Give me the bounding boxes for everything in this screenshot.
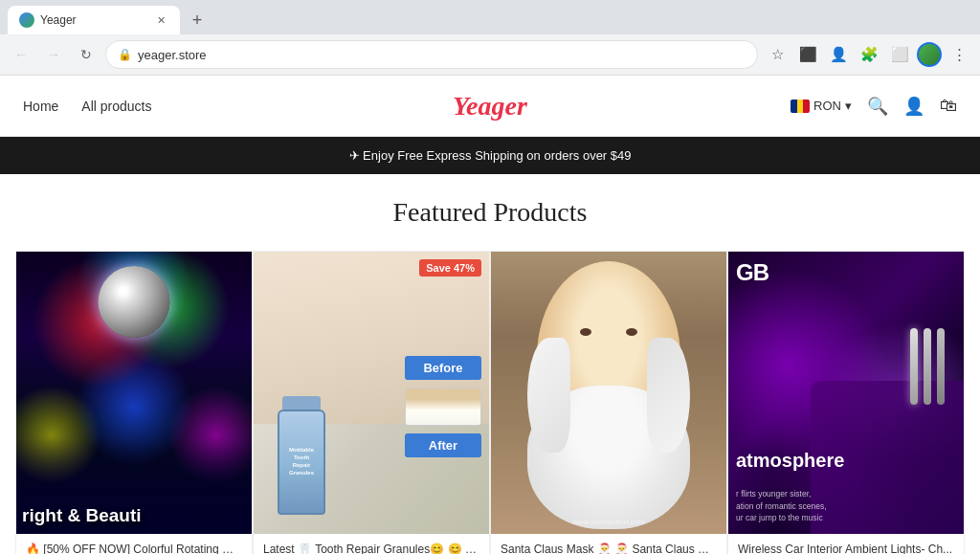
save-badge-2: Save 47% [419,259,481,277]
featured-title: Featured Products [15,197,965,228]
new-tab-button[interactable]: + [184,7,211,33]
bright-text: right & Beauti [22,505,142,526]
main-content: Featured Products right & Beauti 🔥 [50% … [0,174,980,554]
secure-icon: 🔒 [118,48,132,61]
product-title-3: Santa Claus Mask 🎅 🎅 Santa Claus mas... [501,542,717,554]
strip-3 [937,328,945,405]
browser-toolbar: ← → ↻ 🔒 yeager.store ☆ ⬛ 👤 🧩 ⬜ ⋮ [0,34,980,75]
promo-banner: ✈ Enjoy Free Express Shipping on orders … [0,137,980,174]
extension-button[interactable]: ⬛ [794,41,821,68]
account-button[interactable]: 👤 [825,41,852,68]
currency-selector[interactable]: RON ▾ [791,99,852,113]
teeth-bottle-container: MoldableToothRepairGranules [278,396,325,515]
product-image-1: right & Beauti [16,252,252,534]
atmosphere-desc: r flirts younger sister,ation of romanti… [736,488,827,524]
nav-right: RON ▾ 🔍 👤 🛍 [791,96,957,117]
refresh-button[interactable]: ↻ [73,41,100,68]
left-eye [580,328,591,336]
product-info-4: Wireless Car Interior Ambient Lights- Ch… [728,534,964,554]
extension2-button[interactable]: 🧩 [856,41,882,68]
product-grid: right & Beauti 🔥 [50% OFF NOW] Colorful … [15,251,965,554]
cart-icon[interactable]: 🛍 [940,96,957,116]
split-view-button[interactable]: ⬜ [886,41,913,68]
nav-home-link[interactable]: Home [23,99,58,114]
search-icon[interactable]: 🔍 [867,96,888,117]
product-card-2[interactable]: Save 47% MoldableToothRepairGranules [253,251,490,554]
bottle-label: MoldableToothRepairGranules [289,447,314,476]
url-text: yeager.store [138,48,746,62]
before-label: Before [405,356,481,380]
tab-favicon [19,12,34,28]
strip-2 [924,328,931,405]
strip-1 [910,328,918,405]
product-title-2: Latest 🦷 Tooth Repair Granules😊 😊 HO... [263,542,479,554]
right-eye [626,328,637,336]
hair-right [647,338,690,453]
nav-left: Home All products [23,99,152,114]
currency-label: RON [813,99,841,113]
product-info-2: Latest 🦷 Tooth Repair Granules😊 😊 HO... … [254,534,489,554]
product-image-2: MoldableToothRepairGranules Before After [254,252,489,534]
active-tab[interactable]: Yeager ✕ [8,6,180,34]
toolbar-actions: ☆ ⬛ 👤 🧩 ⬜ ⋮ [764,41,972,68]
bottle-cap [282,396,321,410]
browser-chrome: Yeager ✕ + ← → ↻ 🔒 yeager.store ☆ ⬛ 👤 🧩 … [0,0,980,76]
banner-text: ✈ Enjoy Free Express Shipping on orders … [349,148,632,163]
before-after-section: Before After [405,356,481,457]
hair-left [527,338,570,453]
forward-button[interactable]: → [40,41,67,68]
product-image-3: www.connection.com [491,252,726,534]
disco-ball [99,266,170,338]
tab-close-button[interactable]: ✕ [153,12,168,28]
watermark: www.connection.com [572,518,644,526]
product-title-4: Wireless Car Interior Ambient Lights- Ch… [738,542,954,554]
after-label: After [405,433,481,457]
back-button[interactable]: ← [8,41,34,68]
product-info-1: 🔥 [50% OFF NOW] Colorful Rotating Ma... … [16,534,252,554]
product-title-1: 🔥 [50% OFF NOW] Colorful Rotating Ma... [26,542,242,554]
website-content: Home All products Yeager RON ▾ 🔍 👤 🛍 ✈ E… [0,76,980,554]
product-card-1[interactable]: right & Beauti 🔥 [50% OFF NOW] Colorful … [15,251,253,554]
menu-button[interactable]: ⋮ [946,41,972,68]
bottle-body: MoldableToothRepairGranules [278,410,325,515]
address-bar[interactable]: 🔒 yeager.store [105,40,758,69]
product-card-4[interactable]: GB atmosphere r flirts younger sister,at… [727,251,965,554]
nav-all-products-link[interactable]: All products [81,99,151,114]
tab-bar: Yeager ✕ + [0,0,980,34]
product-image-4: GB atmosphere r flirts younger sister,at… [728,252,964,534]
gb-text: GB [736,259,768,286]
account-nav-icon[interactable]: 👤 [903,96,924,117]
bookmark-button[interactable]: ☆ [764,41,791,68]
light-strips [910,328,945,405]
atmosphere-text: atmosphere [736,450,844,472]
product-info-3: Santa Claus Mask 🎅 🎅 Santa Claus mas... … [491,534,726,554]
profile-avatar[interactable] [917,42,942,67]
currency-caret: ▾ [845,99,852,113]
flag-icon [791,100,810,113]
site-logo[interactable]: Yeager [453,91,527,122]
tab-title: Yeager [40,13,153,27]
product-card-3[interactable]: www.connection.com Santa Claus Mask 🎅 🎅 … [490,251,727,554]
teeth-before-img [405,388,481,426]
site-nav: Home All products Yeager RON ▾ 🔍 👤 🛍 [0,76,980,137]
